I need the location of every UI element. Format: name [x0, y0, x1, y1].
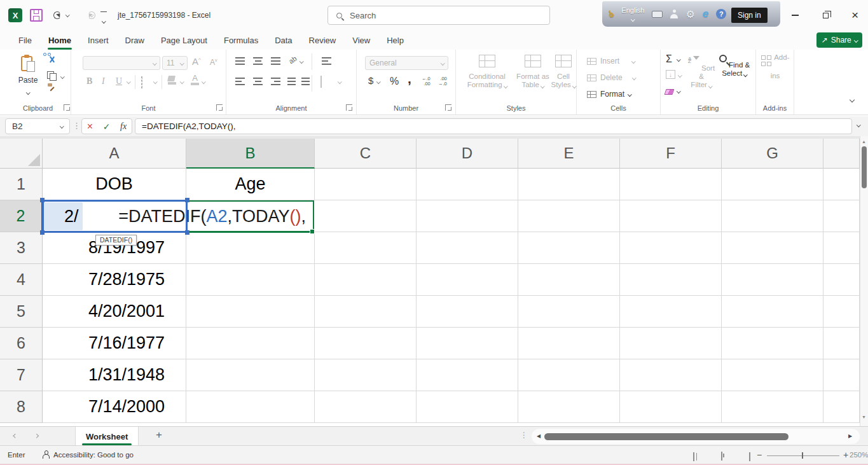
font-size-combo[interactable]: 11: [162, 56, 188, 70]
percent-icon[interactable]: %: [390, 76, 399, 87]
zoom-slider-track[interactable]: [767, 455, 839, 457]
cell-c3[interactable]: [315, 232, 417, 264]
increase-decimal-icon[interactable]: ←.0.00: [422, 76, 431, 86]
align-right-icon[interactable]: [271, 78, 280, 85]
row-header-3[interactable]: 3: [0, 232, 43, 264]
cell-a4[interactable]: 7/28/1975: [43, 264, 186, 296]
search-input[interactable]: Search: [327, 6, 550, 25]
cell-d4[interactable]: [417, 264, 518, 296]
grow-font-icon[interactable]: A^: [192, 56, 201, 67]
cell-c4[interactable]: [315, 264, 417, 296]
zoom-in-icon[interactable]: +: [843, 450, 848, 460]
expand-formula-bar-icon[interactable]: [857, 123, 860, 127]
cell-e2[interactable]: [518, 200, 620, 232]
row-header-1[interactable]: 1: [0, 169, 43, 200]
column-header-partial[interactable]: [823, 139, 860, 169]
tab-data[interactable]: Data: [266, 31, 300, 50]
insert-function-icon[interactable]: fx: [120, 121, 127, 132]
cell-c5[interactable]: [315, 296, 417, 328]
tab-page-layout[interactable]: Page Layout: [153, 31, 216, 50]
cell-f1[interactable]: [620, 169, 722, 200]
zoom-slider-thumb[interactable]: [802, 452, 803, 459]
cell-d2[interactable]: [417, 200, 518, 232]
sheet-tab-worksheet[interactable]: Worksheet: [75, 427, 139, 446]
cell-h7-partial[interactable]: [823, 359, 860, 391]
cell-e6[interactable]: [518, 328, 620, 359]
currency-icon[interactable]: $: [368, 75, 373, 86]
borders-icon[interactable]: [141, 76, 142, 88]
clear-dropdown-icon[interactable]: [677, 89, 680, 93]
cell-h5-partial[interactable]: [823, 296, 860, 328]
tab-view[interactable]: View: [344, 31, 378, 50]
undo-dropdown-icon[interactable]: [65, 13, 69, 17]
column-header-c[interactable]: C: [315, 139, 417, 169]
reference-handle-br[interactable]: [185, 230, 189, 235]
vertical-scrollbar-thumb[interactable]: [862, 146, 867, 188]
horizontal-scrollbar-thumb[interactable]: [544, 433, 789, 440]
sort-filter-button[interactable]: AZ Sort &Filter: [686, 53, 717, 89]
cell-e8[interactable]: [518, 391, 620, 423]
cell-b7[interactable]: [186, 359, 315, 391]
conditional-formatting-button[interactable]: ConditionalFormatting: [459, 53, 515, 89]
middle-align-icon[interactable]: [253, 57, 263, 65]
font-color-dropdown-icon[interactable]: [202, 80, 205, 83]
merge-center-dropdown-icon[interactable]: [338, 80, 341, 83]
align-left-icon[interactable]: [235, 78, 245, 85]
cell-h1-partial[interactable]: [823, 169, 860, 200]
fill-color-dropdown-icon[interactable]: [180, 80, 184, 83]
underline-dropdown-icon[interactable]: [127, 80, 130, 83]
cell-g7[interactable]: [722, 359, 823, 391]
help-icon[interactable]: ?: [716, 9, 726, 19]
cell-b5[interactable]: [186, 296, 315, 328]
accessibility-status[interactable]: Accessibility: Good to go: [53, 451, 134, 459]
number-format-combo[interactable]: General: [365, 56, 448, 70]
language-selector[interactable]: English: [621, 6, 644, 22]
reference-handle-bl[interactable]: [40, 230, 45, 235]
decrease-indent-icon[interactable]: [287, 78, 296, 85]
cell-a5[interactable]: 4/20/2001: [43, 296, 186, 328]
merge-center-icon[interactable]: [320, 76, 322, 88]
cell-g6[interactable]: [722, 328, 823, 359]
font-name-combo[interactable]: [83, 56, 160, 70]
cell-h3-partial[interactable]: [823, 232, 860, 264]
sign-in-button[interactable]: Sign in: [731, 8, 768, 23]
italic-icon[interactable]: I: [102, 76, 105, 87]
addins-button[interactable]: Add-ins: [760, 53, 790, 80]
reference-handle-tr[interactable]: [185, 198, 189, 202]
row-header-5[interactable]: 5: [0, 296, 43, 328]
cell-f5[interactable]: [620, 296, 722, 328]
cell-g2[interactable]: [722, 200, 823, 232]
cell-b8[interactable]: [186, 391, 315, 423]
cell-a1[interactable]: DOB: [43, 169, 186, 200]
cell-f4[interactable]: [620, 264, 722, 296]
column-header-d[interactable]: D: [417, 139, 518, 169]
zoom-out-icon[interactable]: −: [757, 450, 762, 460]
cell-b4[interactable]: [186, 264, 315, 296]
scroll-left-icon[interactable]: ◀: [537, 433, 541, 439]
cell-a8[interactable]: 7/14/2000: [43, 391, 186, 423]
cell-f3[interactable]: [620, 232, 722, 264]
cell-styles-button[interactable]: CellStyles: [551, 53, 576, 89]
save-icon[interactable]: [30, 9, 43, 22]
borders-dropdown-icon[interactable]: [153, 80, 157, 83]
font-color-icon[interactable]: A: [191, 74, 199, 85]
page-layout-view-icon[interactable]: [721, 452, 722, 461]
cancel-icon[interactable]: ×: [87, 121, 93, 132]
vertical-scrollbar[interactable]: ▲ ▼: [860, 136, 868, 426]
close-button[interactable]: ×: [841, 0, 868, 31]
cell-h4-partial[interactable]: [823, 264, 860, 296]
cell-b6[interactable]: [186, 328, 315, 359]
cell-h6-partial[interactable]: [823, 328, 860, 359]
tab-insert[interactable]: Insert: [79, 31, 117, 50]
cell-g1[interactable]: [722, 169, 823, 200]
tab-scroll-splitter-icon[interactable]: ⋮: [520, 431, 527, 440]
zoom-level[interactable]: 250%: [850, 451, 868, 459]
cell-c6[interactable]: [315, 328, 417, 359]
ie-icon[interactable]: e: [703, 8, 708, 20]
bottom-align-icon[interactable]: [271, 57, 280, 65]
name-box[interactable]: B2: [5, 118, 70, 134]
cell-e7[interactable]: [518, 359, 620, 391]
orientation-dropdown-icon[interactable]: [300, 59, 303, 63]
scroll-up-icon[interactable]: ▲: [862, 139, 866, 144]
find-select-button[interactable]: Find &Select: [718, 53, 751, 78]
